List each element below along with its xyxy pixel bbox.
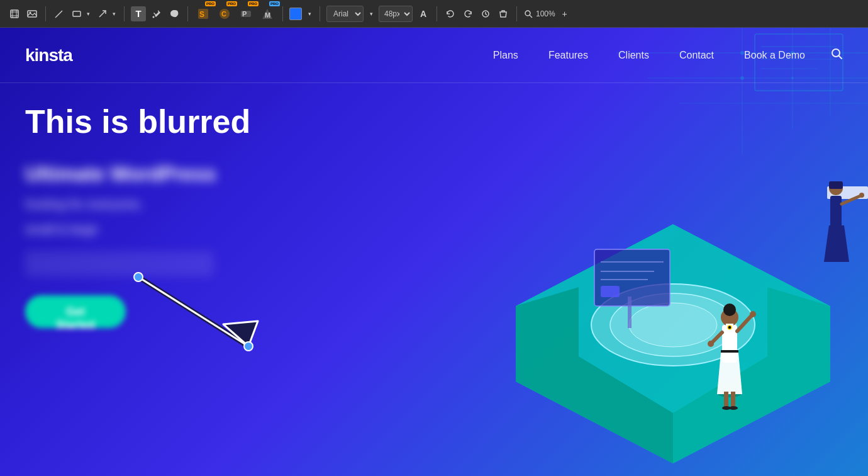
arrow-dropdown[interactable]: ▾: [110, 7, 118, 21]
badge-tool-3[interactable]: P PRO: [237, 5, 255, 23]
refresh-icon[interactable]: [479, 7, 492, 21]
hero-desc-1: hosting for everyone,: [25, 195, 541, 213]
search-icon[interactable]: [830, 47, 843, 63]
badge-tool-2[interactable]: C PRO: [216, 5, 233, 23]
arrow-tool-icon[interactable]: [96, 7, 109, 21]
svg-rect-0: [11, 10, 18, 18]
svg-line-73: [839, 56, 842, 59]
navbar: kinsta Plans Features Clients Contact Bo…: [0, 28, 868, 83]
divider-1: [45, 6, 46, 21]
svg-rect-57: [731, 392, 735, 407]
text-icon[interactable]: T: [131, 6, 146, 21]
rect-dropdown[interactable]: ▾: [84, 7, 92, 21]
hero-content: This is blurred Ultimate WordPress hosti…: [25, 103, 541, 328]
svg-marker-69: [824, 225, 849, 262]
svg-line-8: [55, 17, 56, 18]
clear-icon[interactable]: [496, 7, 510, 21]
svg-line-10: [99, 11, 106, 17]
blurred-cta: Get Started: [25, 295, 541, 328]
svg-rect-68: [829, 181, 843, 189]
svg-rect-47: [601, 286, 620, 297]
svg-point-61: [750, 311, 756, 317]
divider-4: [282, 6, 283, 21]
bold-toggle[interactable]: A: [416, 7, 430, 21]
svg-point-52: [723, 303, 736, 316]
dropper-icon[interactable]: [150, 7, 164, 21]
nav-clients[interactable]: Clients: [618, 50, 649, 61]
hero-desc-2: small & large: [25, 220, 541, 239]
svg-point-59: [729, 406, 738, 410]
blurred-subtitle: Ultimate WordPress hosting for everyone,…: [25, 161, 541, 239]
nav-plans[interactable]: Plans: [493, 50, 518, 61]
color-dropdown[interactable]: ▾: [306, 7, 313, 21]
svg-point-11: [153, 16, 155, 18]
badge-tool-4[interactable]: M PRO: [259, 5, 276, 23]
blob-icon[interactable]: [167, 7, 181, 21]
svg-line-7: [56, 11, 62, 17]
svg-rect-56: [724, 392, 728, 407]
zoom-control: 100% +: [523, 7, 572, 21]
color-picker[interactable]: [289, 8, 302, 20]
svg-point-63: [708, 341, 714, 347]
cta-button[interactable]: Get Started: [25, 295, 126, 328]
image-icon[interactable]: [25, 7, 39, 21]
svg-rect-48: [628, 297, 632, 328]
svg-point-64: [728, 326, 732, 329]
svg-rect-9: [73, 11, 81, 16]
divider-2: [124, 6, 125, 21]
font-dropdown[interactable]: ▾: [367, 7, 375, 21]
svg-marker-55: [717, 353, 742, 394]
svg-text:C: C: [221, 10, 226, 18]
hero-title: This is blurred: [25, 103, 541, 141]
hero-subtitle-text: Ultimate WordPress: [25, 161, 541, 188]
pen-icon[interactable]: [52, 7, 66, 21]
divider-5: [320, 6, 320, 21]
svg-point-42: [629, 303, 717, 347]
redo-button[interactable]: [461, 7, 475, 21]
crop-icon[interactable]: [8, 7, 21, 21]
website-preview: kinsta Plans Features Clients Contact Bo…: [0, 28, 868, 476]
nav-features[interactable]: Features: [548, 50, 588, 61]
badge-tool-1[interactable]: S PRO: [194, 5, 212, 23]
nav-contact[interactable]: Contact: [679, 50, 714, 61]
zoom-value: 100%: [536, 9, 555, 18]
svg-rect-43: [594, 249, 670, 306]
divider-3: [187, 6, 188, 21]
site-logo[interactable]: kinsta: [25, 45, 72, 65]
nav-book-demo[interactable]: Book a Demo: [744, 50, 805, 61]
zoom-in-icon[interactable]: +: [558, 7, 572, 21]
logo-text: kinsta: [25, 45, 72, 65]
size-selector[interactable]: 48px: [379, 6, 413, 22]
undo-button[interactable]: [443, 7, 457, 21]
svg-rect-66: [830, 196, 842, 227]
rect-icon[interactable]: [70, 7, 84, 21]
svg-point-21: [525, 11, 530, 16]
blurred-tagline: [25, 251, 214, 276]
svg-text:S: S: [199, 10, 204, 19]
nav-links: Plans Features Clients Contact Book a De…: [493, 50, 805, 61]
divider-6: [437, 6, 437, 21]
divider-7: [516, 6, 517, 21]
svg-text:M: M: [265, 11, 270, 19]
svg-point-71: [859, 193, 864, 198]
svg-text:P: P: [242, 10, 247, 18]
toolbar: ▾ ▾ T S PRO: [0, 0, 868, 28]
font-selector[interactable]: Arial: [326, 6, 364, 22]
svg-line-22: [530, 15, 532, 18]
